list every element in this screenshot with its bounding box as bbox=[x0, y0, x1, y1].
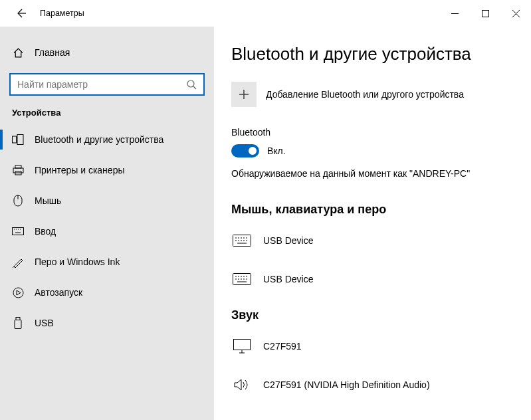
device-item[interactable]: USB Device bbox=[231, 226, 514, 255]
svg-line-5 bbox=[193, 86, 196, 89]
maximize-icon bbox=[482, 10, 489, 17]
svg-rect-1 bbox=[482, 10, 488, 17]
add-device-button[interactable]: Добавление Bluetooth или другого устройс… bbox=[231, 82, 514, 107]
search-field[interactable] bbox=[17, 79, 186, 90]
keyboard-icon bbox=[231, 272, 253, 286]
search-input[interactable] bbox=[9, 73, 205, 96]
sidebar-item-printers[interactable]: Принтеры и сканеры bbox=[0, 155, 214, 185]
device-item[interactable]: C27F591 (NVIDIA High Definition Audio) bbox=[231, 370, 514, 399]
svg-rect-21 bbox=[15, 320, 21, 329]
monitor-icon bbox=[231, 339, 253, 354]
home-nav[interactable]: Главная bbox=[0, 40, 214, 65]
svg-rect-48 bbox=[234, 340, 251, 350]
sidebar-item-autoplay[interactable]: Автозапуск bbox=[0, 277, 214, 308]
window-title: Параметры bbox=[40, 9, 84, 18]
keyboard-icon bbox=[231, 233, 253, 248]
mouse-icon bbox=[12, 195, 24, 207]
home-label: Главная bbox=[35, 47, 70, 58]
close-icon bbox=[512, 10, 520, 17]
pen-icon bbox=[12, 256, 24, 268]
svg-rect-8 bbox=[15, 165, 21, 168]
search-icon bbox=[186, 79, 197, 90]
svg-point-4 bbox=[187, 80, 194, 87]
device-label: C27F591 bbox=[263, 341, 302, 352]
svg-rect-9 bbox=[13, 168, 23, 173]
svg-rect-6 bbox=[13, 136, 17, 143]
plus-icon bbox=[231, 82, 257, 107]
group-title-input: Мышь, клавиатура и перо bbox=[231, 203, 514, 217]
device-item[interactable]: USB Device bbox=[231, 264, 514, 294]
sidebar-item-label: Bluetooth и другие устройства bbox=[35, 134, 163, 145]
group-title-audio: Звук bbox=[231, 308, 514, 322]
svg-rect-13 bbox=[13, 228, 24, 235]
sidebar-section-title: Устройства bbox=[0, 108, 214, 124]
svg-point-19 bbox=[13, 288, 23, 298]
sidebar: Главная Устройства Bluetooth и другие ус… bbox=[0, 27, 214, 420]
add-device-label: Добавление Bluetooth или другого устройс… bbox=[266, 89, 464, 100]
svg-rect-7 bbox=[17, 135, 23, 145]
sidebar-item-label: USB bbox=[35, 318, 54, 328]
minimize-icon bbox=[451, 10, 459, 17]
minimize-button[interactable] bbox=[439, 3, 470, 24]
sidebar-item-mouse[interactable]: Мышь bbox=[0, 185, 214, 216]
sidebar-item-label: Мышь bbox=[35, 195, 61, 206]
bluetooth-toggle-state: Вкл. bbox=[267, 146, 286, 156]
autoplay-icon bbox=[12, 286, 24, 298]
printer-icon bbox=[12, 164, 24, 176]
usb-icon bbox=[12, 317, 24, 329]
sidebar-item-label: Автозапуск bbox=[35, 287, 82, 298]
discoverable-text: Обнаруживаемое на данный момент как "AND… bbox=[231, 168, 514, 179]
device-label: USB Device bbox=[263, 274, 313, 284]
speaker-icon bbox=[231, 377, 253, 392]
device-label: C27F591 (NVIDIA High Definition Audio) bbox=[263, 379, 430, 390]
device-label: USB Device bbox=[263, 235, 313, 246]
bluetooth-toggle[interactable] bbox=[231, 144, 259, 158]
titlebar: Параметры bbox=[0, 0, 531, 27]
sidebar-item-typing[interactable]: Ввод bbox=[0, 216, 214, 247]
sidebar-item-bluetooth[interactable]: Bluetooth и другие устройства bbox=[0, 124, 214, 155]
back-button[interactable] bbox=[13, 6, 28, 21]
main-panel: Bluetooth и другие устройства Добавление… bbox=[214, 27, 531, 420]
svg-rect-20 bbox=[16, 318, 20, 320]
home-icon bbox=[12, 47, 24, 58]
sidebar-item-label: Перо и Windows Ink bbox=[35, 257, 120, 267]
sidebar-item-label: Принтеры и сканеры bbox=[35, 165, 124, 175]
sidebar-item-label: Ввод bbox=[35, 226, 56, 237]
maximize-button[interactable] bbox=[470, 3, 500, 24]
sidebar-item-usb[interactable]: USB bbox=[0, 308, 214, 338]
page-title: Bluetooth и другие устройства bbox=[231, 44, 514, 64]
close-button[interactable] bbox=[500, 3, 531, 24]
arrow-left-icon bbox=[15, 8, 26, 19]
devices-icon bbox=[12, 134, 24, 146]
sidebar-item-pen[interactable]: Перо и Windows Ink bbox=[0, 247, 214, 277]
keyboard-icon bbox=[12, 225, 24, 237]
device-item[interactable]: C27F591 bbox=[231, 332, 514, 361]
bluetooth-label: Bluetooth bbox=[231, 127, 514, 138]
